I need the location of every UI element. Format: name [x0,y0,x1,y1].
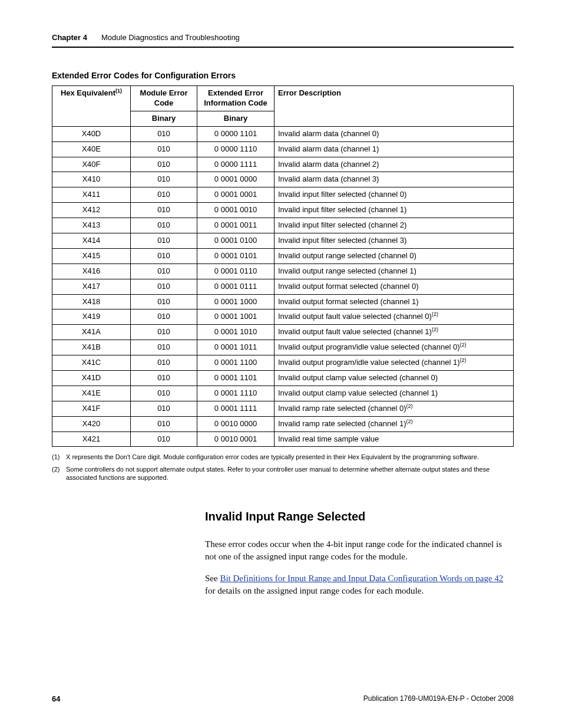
th-binary-2: Binary [197,111,275,126]
footnote-text: Some controllers do not support alternat… [66,465,514,482]
table-row: X41F0100 0001 1111Invalid ramp rate sele… [52,401,514,416]
cell-extended: 0 0000 1111 [197,157,275,172]
cell-hex: X40E [52,141,131,157]
cell-description: Invalid alarm data (channel 3) [275,172,514,187]
cell-module: 010 [131,218,197,233]
cell-extended: 0 0001 1010 [197,325,275,340]
cell-extended: 0 0001 1110 [197,386,275,401]
chapter-title: Module Diagnostics and Troubleshooting [101,33,240,43]
cell-hex: X417 [52,279,131,294]
table-row: X4140100 0001 0100Invalid input filter s… [52,233,514,248]
cell-extended: 0 0000 1110 [197,141,275,157]
cell-module: 010 [131,340,197,355]
cell-hex: X420 [52,416,131,431]
cell-extended: 0 0001 1011 [197,340,275,355]
table-row: X4120100 0001 0010Invalid input filter s… [52,203,514,218]
cell-description: Invalid alarm data (channel 0) [275,126,514,141]
cell-description: Invalid output program/idle value select… [275,340,514,355]
cell-hex: X41B [52,340,131,355]
cell-description: Invalid output fault value selected (cha… [275,325,514,340]
cell-description: Invalid real time sample value [275,431,514,447]
cell-hex: X412 [52,203,131,218]
cell-module: 010 [131,187,197,203]
error-codes-tbody: X40D0100 0000 1101Invalid alarm data (ch… [52,126,514,447]
cell-module: 010 [131,263,197,279]
cell-description: Invalid ramp rate selected (channel 1)(2… [275,416,514,431]
cell-description: Invalid input filter selected (channel 2… [275,218,514,233]
cell-hex: X410 [52,172,131,187]
cell-description: Invalid output range selected (channel 0… [275,248,514,263]
cell-description: Invalid alarm data (channel 2) [275,157,514,172]
cell-description: Invalid input filter selected (channel 1… [275,203,514,218]
cell-extended: 0 0001 1100 [197,355,275,371]
cell-hex: X421 [52,431,131,447]
cell-extended: 0 0001 0100 [197,233,275,248]
cell-hex: X40D [52,126,131,141]
table-row: X4100100 0001 0000Invalid alarm data (ch… [52,172,514,187]
cell-hex: X41C [52,355,131,371]
cell-hex: X41F [52,401,131,416]
cell-description: Invalid output clamp value selected (cha… [275,386,514,401]
cell-description: Invalid output format selected (channel … [275,279,514,294]
cell-hex: X419 [52,309,131,325]
table-row: X41A0100 0001 1010Invalid output fault v… [52,325,514,340]
cell-description: Invalid output clamp value selected (cha… [275,371,514,386]
cell-hex: X418 [52,294,131,309]
table-row: X4190100 0001 1001Invalid output fault v… [52,309,514,325]
table-row: X4130100 0001 0011Invalid input filter s… [52,218,514,233]
table-row: X41E0100 0001 1110Invalid output clamp v… [52,386,514,401]
cell-module: 010 [131,325,197,340]
cross-reference-link[interactable]: Bit Definitions for Input Range and Inpu… [220,574,503,583]
cell-extended: 0 0001 1111 [197,401,275,416]
cell-module: 010 [131,431,197,447]
cell-module: 010 [131,401,197,416]
table-row: X4170100 0001 0111Invalid output format … [52,279,514,294]
cell-module: 010 [131,371,197,386]
cell-extended: 0 0001 1101 [197,371,275,386]
table-row: X41B0100 0001 1011Invalid output program… [52,340,514,355]
table-row: X4210100 0010 0001Invalid real time samp… [52,431,514,447]
cell-module: 010 [131,233,197,248]
table-row: X41D0100 0001 1101Invalid output clamp v… [52,371,514,386]
cell-module: 010 [131,172,197,187]
cell-extended: 0 0001 0111 [197,279,275,294]
cell-hex: X411 [52,187,131,203]
footnote: (1)X represents the Don't Care digit. Mo… [52,453,514,461]
cell-extended: 0 0001 1000 [197,294,275,309]
cell-extended: 0 0001 0011 [197,218,275,233]
cell-module: 010 [131,126,197,141]
cell-extended: 0 0001 0010 [197,203,275,218]
section-para-2: See Bit Definitions for Input Range and … [205,572,514,597]
cell-hex: X414 [52,233,131,248]
cell-hex: X41D [52,371,131,386]
th-module-error: Module Error Code [131,86,197,111]
th-description: Error Description [275,86,514,127]
table-row: X41C0100 0001 1100Invalid output program… [52,355,514,371]
cell-description: Invalid output range selected (channel 1… [275,263,514,279]
cell-hex: X41E [52,386,131,401]
table-title: Extended Error Codes for Configuration E… [52,70,514,81]
cell-description: Invalid input filter selected (channel 3… [275,233,514,248]
publication-id: Publication 1769-UM019A-EN-P - October 2… [363,694,514,704]
cell-module: 010 [131,309,197,325]
th-hex: Hex Equivalent(1) [52,86,131,127]
cell-module: 010 [131,157,197,172]
para2-post: for details on the assigned input range … [205,586,424,595]
cell-description: Invalid alarm data (channel 1) [275,141,514,157]
cell-description: Invalid output format selected (channel … [275,294,514,309]
page-number: 64 [52,694,60,704]
cell-description: Invalid output program/idle value select… [275,355,514,371]
cell-module: 010 [131,355,197,371]
page-header: Chapter 4 Module Diagnostics and Trouble… [52,33,514,43]
cell-module: 010 [131,141,197,157]
cell-extended: 0 0001 0110 [197,263,275,279]
table-row: X4110100 0001 0001Invalid input filter s… [52,187,514,203]
cell-extended: 0 0000 1101 [197,126,275,141]
cell-module: 010 [131,279,197,294]
para2-pre: See [205,574,220,583]
footnote: (2)Some controllers do not support alter… [52,465,514,482]
cell-description: Invalid output fault value selected (cha… [275,309,514,325]
cell-hex: X41A [52,325,131,340]
table-row: X4160100 0001 0110Invalid output range s… [52,263,514,279]
cell-hex: X413 [52,218,131,233]
